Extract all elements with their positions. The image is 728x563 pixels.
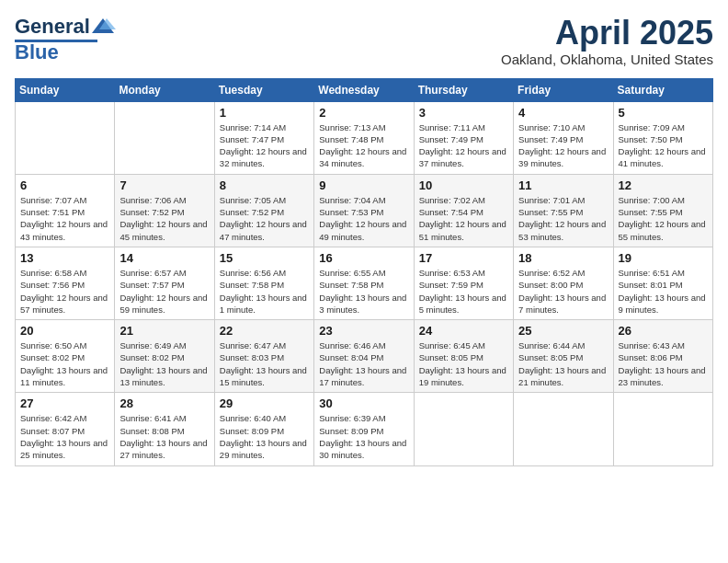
calendar-cell: 15Sunrise: 6:56 AMSunset: 7:58 PMDayligh… <box>214 247 313 319</box>
calendar-cell <box>414 393 513 465</box>
page-header: General Blue April 2025 Oakland, Oklahom… <box>15 15 713 67</box>
calendar-cell: 17Sunrise: 6:53 AMSunset: 7:59 PMDayligh… <box>414 247 513 319</box>
day-number: 3 <box>419 106 508 120</box>
day-number: 22 <box>220 324 309 338</box>
day-number: 4 <box>518 106 608 120</box>
calendar-cell: 26Sunrise: 6:43 AMSunset: 8:06 PMDayligh… <box>613 320 712 393</box>
calendar-week-row: 1Sunrise: 7:14 AMSunset: 7:47 PMDaylight… <box>16 101 713 174</box>
day-info: Sunrise: 6:49 AMSunset: 8:02 PMDaylight:… <box>119 339 209 388</box>
day-number: 30 <box>319 396 408 410</box>
day-info: Sunrise: 6:39 AMSunset: 8:09 PMDaylight:… <box>319 412 408 461</box>
day-info: Sunrise: 6:44 AMSunset: 8:05 PMDaylight:… <box>518 339 608 388</box>
calendar-week-row: 20Sunrise: 6:50 AMSunset: 8:02 PMDayligh… <box>16 320 713 393</box>
day-number: 20 <box>20 324 109 338</box>
calendar-cell: 10Sunrise: 7:02 AMSunset: 7:54 PMDayligh… <box>414 174 513 247</box>
calendar-cell <box>613 393 712 465</box>
day-info: Sunrise: 6:45 AMSunset: 8:05 PMDaylight:… <box>419 339 508 388</box>
calendar-cell: 5Sunrise: 7:09 AMSunset: 7:50 PMDaylight… <box>613 101 712 174</box>
logo: General Blue <box>15 15 116 64</box>
calendar-cell: 2Sunrise: 7:13 AMSunset: 7:48 PMDaylight… <box>314 101 414 174</box>
day-header-wednesday: Wednesday <box>314 78 414 101</box>
calendar-table: SundayMondayTuesdayWednesdayThursdayFrid… <box>15 78 713 466</box>
day-number: 10 <box>419 178 508 192</box>
calendar-cell: 28Sunrise: 6:41 AMSunset: 8:08 PMDayligh… <box>115 393 214 465</box>
calendar-cell <box>514 393 613 465</box>
calendar-cell: 3Sunrise: 7:11 AMSunset: 7:49 PMDaylight… <box>414 101 513 174</box>
calendar-cell: 27Sunrise: 6:42 AMSunset: 8:07 PMDayligh… <box>16 393 115 465</box>
day-number: 28 <box>119 396 209 410</box>
day-number: 21 <box>119 324 209 338</box>
title-area: April 2025 Oakland, Oklahoma, United Sta… <box>501 15 713 67</box>
day-info: Sunrise: 7:13 AMSunset: 7:48 PMDaylight:… <box>319 121 408 170</box>
location-subtitle: Oakland, Oklahoma, United States <box>501 52 713 67</box>
calendar-cell: 20Sunrise: 6:50 AMSunset: 8:02 PMDayligh… <box>16 320 115 393</box>
calendar-cell: 7Sunrise: 7:06 AMSunset: 7:52 PMDaylight… <box>115 174 214 247</box>
calendar-cell: 16Sunrise: 6:55 AMSunset: 7:58 PMDayligh… <box>314 247 414 319</box>
calendar-cell: 22Sunrise: 6:47 AMSunset: 8:03 PMDayligh… <box>214 320 313 393</box>
day-info: Sunrise: 7:00 AMSunset: 7:55 PMDaylight:… <box>619 194 708 243</box>
calendar-cell: 21Sunrise: 6:49 AMSunset: 8:02 PMDayligh… <box>115 320 214 393</box>
calendar-cell <box>16 101 115 174</box>
calendar-cell <box>115 101 214 174</box>
day-number: 23 <box>319 324 408 338</box>
calendar-cell: 12Sunrise: 7:00 AMSunset: 7:55 PMDayligh… <box>613 174 712 247</box>
day-number: 13 <box>20 251 109 265</box>
day-number: 27 <box>20 396 109 410</box>
calendar-cell: 30Sunrise: 6:39 AMSunset: 8:09 PMDayligh… <box>314 393 414 465</box>
day-number: 5 <box>619 106 708 120</box>
day-number: 7 <box>119 178 209 192</box>
day-number: 29 <box>220 396 309 410</box>
logo-icon <box>90 17 116 37</box>
calendar-cell: 14Sunrise: 6:57 AMSunset: 7:57 PMDayligh… <box>115 247 214 319</box>
day-number: 26 <box>619 324 708 338</box>
calendar-cell: 11Sunrise: 7:01 AMSunset: 7:55 PMDayligh… <box>514 174 613 247</box>
day-number: 24 <box>419 324 508 338</box>
day-info: Sunrise: 7:09 AMSunset: 7:50 PMDaylight:… <box>619 121 708 170</box>
day-header-monday: Monday <box>115 78 214 101</box>
calendar-cell: 19Sunrise: 6:51 AMSunset: 8:01 PMDayligh… <box>613 247 712 319</box>
day-number: 14 <box>119 251 209 265</box>
day-info: Sunrise: 6:50 AMSunset: 8:02 PMDaylight:… <box>20 339 109 388</box>
calendar-cell: 25Sunrise: 6:44 AMSunset: 8:05 PMDayligh… <box>514 320 613 393</box>
calendar-cell: 9Sunrise: 7:04 AMSunset: 7:53 PMDaylight… <box>314 174 414 247</box>
day-info: Sunrise: 7:06 AMSunset: 7:52 PMDaylight:… <box>119 194 209 243</box>
day-info: Sunrise: 6:43 AMSunset: 8:06 PMDaylight:… <box>619 339 708 388</box>
calendar-cell: 1Sunrise: 7:14 AMSunset: 7:47 PMDaylight… <box>214 101 313 174</box>
day-number: 11 <box>518 178 608 192</box>
day-number: 17 <box>419 251 508 265</box>
day-number: 15 <box>220 251 309 265</box>
day-info: Sunrise: 7:05 AMSunset: 7:52 PMDaylight:… <box>220 194 309 243</box>
day-info: Sunrise: 7:10 AMSunset: 7:49 PMDaylight:… <box>518 121 608 170</box>
day-header-thursday: Thursday <box>414 78 513 101</box>
day-number: 19 <box>619 251 708 265</box>
day-info: Sunrise: 6:58 AMSunset: 7:56 PMDaylight:… <box>20 267 109 316</box>
day-info: Sunrise: 6:41 AMSunset: 8:08 PMDaylight:… <box>119 412 209 461</box>
day-info: Sunrise: 6:42 AMSunset: 8:07 PMDaylight:… <box>20 412 109 461</box>
day-header-tuesday: Tuesday <box>214 78 313 101</box>
calendar-cell: 23Sunrise: 6:46 AMSunset: 8:04 PMDayligh… <box>314 320 414 393</box>
calendar-cell: 24Sunrise: 6:45 AMSunset: 8:05 PMDayligh… <box>414 320 513 393</box>
day-header-friday: Friday <box>514 78 613 101</box>
day-number: 18 <box>518 251 608 265</box>
day-header-sunday: Sunday <box>16 78 115 101</box>
calendar-cell: 13Sunrise: 6:58 AMSunset: 7:56 PMDayligh… <box>16 247 115 319</box>
day-number: 8 <box>220 178 309 192</box>
day-info: Sunrise: 6:51 AMSunset: 8:01 PMDaylight:… <box>619 267 708 316</box>
day-info: Sunrise: 7:11 AMSunset: 7:49 PMDaylight:… <box>419 121 508 170</box>
calendar-cell: 29Sunrise: 6:40 AMSunset: 8:09 PMDayligh… <box>214 393 313 465</box>
day-number: 16 <box>319 251 408 265</box>
calendar-cell: 18Sunrise: 6:52 AMSunset: 8:00 PMDayligh… <box>514 247 613 319</box>
day-info: Sunrise: 7:02 AMSunset: 7:54 PMDaylight:… <box>419 194 508 243</box>
calendar-cell: 6Sunrise: 7:07 AMSunset: 7:51 PMDaylight… <box>16 174 115 247</box>
day-info: Sunrise: 6:57 AMSunset: 7:57 PMDaylight:… <box>119 267 209 316</box>
day-info: Sunrise: 7:07 AMSunset: 7:51 PMDaylight:… <box>20 194 109 243</box>
day-number: 12 <box>619 178 708 192</box>
calendar-cell: 4Sunrise: 7:10 AMSunset: 7:49 PMDaylight… <box>514 101 613 174</box>
day-number: 9 <box>319 178 408 192</box>
calendar-week-row: 6Sunrise: 7:07 AMSunset: 7:51 PMDaylight… <box>16 174 713 247</box>
day-info: Sunrise: 6:55 AMSunset: 7:58 PMDaylight:… <box>319 267 408 316</box>
month-year-title: April 2025 <box>501 15 713 52</box>
day-number: 6 <box>20 178 109 192</box>
calendar-week-row: 13Sunrise: 6:58 AMSunset: 7:56 PMDayligh… <box>16 247 713 319</box>
calendar-cell: 8Sunrise: 7:05 AMSunset: 7:52 PMDaylight… <box>214 174 313 247</box>
